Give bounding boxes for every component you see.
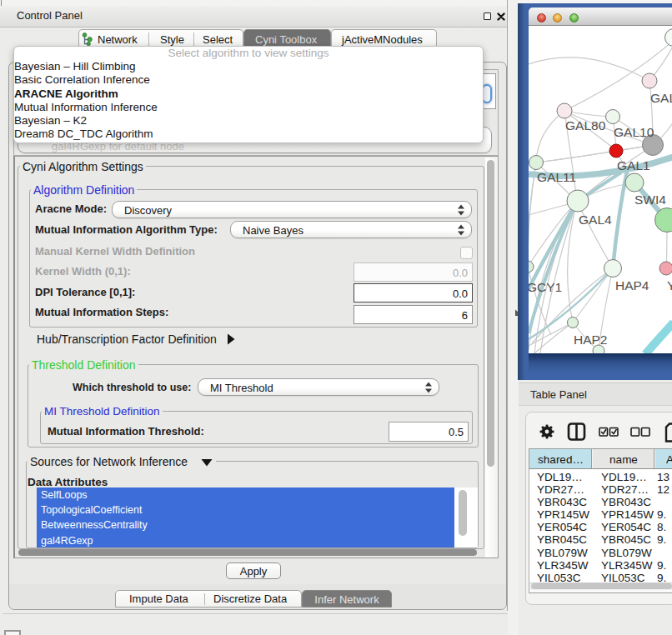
svg-text:YJ: YJ [667, 278, 672, 292]
svg-text:GAL1: GAL1 [617, 158, 650, 172]
svg-text:GAL11: GAL11 [537, 170, 576, 184]
svg-text:GAL4: GAL4 [579, 212, 612, 227]
svg-text:GAL7: GAL7 [650, 91, 672, 105]
svg-text:GAL80: GAL80 [565, 118, 606, 132]
svg-text:HAP2: HAP2 [574, 332, 608, 347]
svg-text:GCY1: GCY1 [529, 280, 562, 294]
svg-text:GAL10: GAL10 [614, 125, 654, 139]
svg-text:HAP4: HAP4 [615, 278, 649, 292]
svg-text:SWI4: SWI4 [634, 192, 666, 207]
